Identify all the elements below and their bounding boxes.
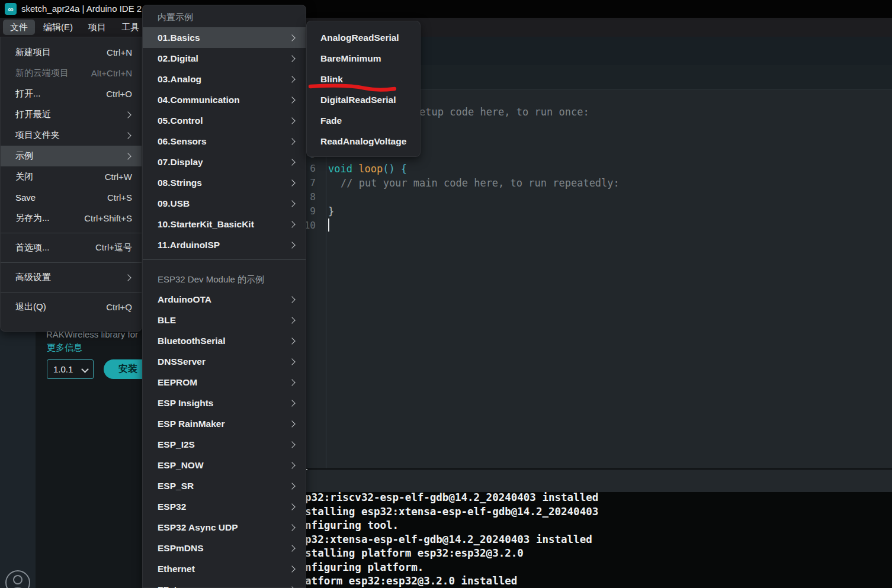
menubar-item[interactable]: 编辑(E) [36, 20, 80, 35]
red-underline-annotation [307, 81, 402, 98]
window-title: sketch_apr24a | Arduino IDE 2 [21, 0, 142, 18]
examples-menu-item[interactable]: ESP32 [143, 496, 306, 517]
examples-menu-item[interactable]: 07.Display [143, 152, 306, 172]
menu-separator [1, 292, 142, 293]
console-line: esp32:riscv32-esp-elf-gdb@14.2_20240403 … [293, 492, 892, 505]
submenu-arrow-icon [288, 483, 295, 489]
console-line: platform esp32:esp32@3.2.0 installed [293, 574, 892, 588]
submenu-arrow-icon [288, 55, 295, 62]
examples-menu-item[interactable]: 05.Control [143, 110, 306, 131]
basics-menu-item[interactable]: Fade [307, 110, 420, 131]
file-menu-item[interactable]: Save Ctrl+S [1, 187, 142, 208]
examples-menu-item[interactable]: 06.Sensors [143, 131, 306, 152]
version-select[interactable]: 1.0.1 [47, 359, 94, 379]
submenu-arrow-icon [288, 545, 295, 551]
builtin-examples-header: 内置示例 [143, 5, 306, 27]
examples-menu-item[interactable]: 09.USB [143, 193, 306, 214]
submenu-arrow-icon [288, 565, 295, 572]
examples-menu-item[interactable]: BLE [143, 310, 306, 330]
account-icon[interactable] [5, 570, 31, 588]
examples-menu-item[interactable]: 08.Strings [143, 172, 306, 193]
submenu-arrow-icon [288, 221, 295, 227]
submenu-arrow-icon [288, 76, 295, 82]
submenu-arrow-icon [288, 159, 295, 165]
examples-menu-item[interactable]: ESP_NOW [143, 455, 306, 475]
submenu-arrow-icon [288, 200, 295, 207]
basics-menu-item[interactable]: ReadAnalogVoltage [307, 131, 420, 152]
submenu-arrow-icon [288, 503, 295, 510]
menubar-item[interactable]: 文件 [3, 20, 35, 35]
more-info-link[interactable]: 更多信息 [47, 342, 82, 354]
code-line: void loop() { [328, 162, 407, 176]
menu-bar: 文件编辑(E)项目工具帮助(H) [0, 18, 892, 37]
submenu-arrow-icon [288, 379, 295, 385]
menubar-item[interactable]: 工具 [114, 20, 146, 35]
examples-menu-item[interactable]: EEPROM [143, 372, 306, 393]
examples-menu-item[interactable]: ESP_SR [143, 475, 306, 496]
file-menu-item[interactable]: 项目文件夹 [1, 125, 142, 146]
submenu-arrow-icon [288, 34, 295, 41]
file-menu-item[interactable]: 打开最近 [1, 104, 142, 125]
console-line: esp32:xtensa-esp-elf-gdb@14.2_20240403 i… [293, 533, 892, 547]
examples-menu-item[interactable]: 03.Analog [143, 69, 306, 89]
console-line: Configuring tool. [293, 519, 892, 533]
console-line: Configuring platform. [293, 561, 892, 575]
submenu-arrow-icon [288, 117, 295, 124]
code-comment: // put your main code here, to run repea… [341, 176, 620, 190]
code-line: } [328, 204, 334, 219]
submenu-arrow-icon [288, 317, 295, 323]
examples-menu-item[interactable]: ESPmDNS [143, 538, 306, 558]
examples-menu-item[interactable]: ESP Insights [143, 393, 306, 413]
submenu-arrow-icon [288, 441, 295, 448]
menu-separator [143, 259, 306, 260]
menu-separator [1, 262, 142, 263]
examples-menu-item[interactable]: FFat [143, 579, 306, 588]
examples-menu-item[interactable]: ESP_I2S [143, 434, 306, 455]
console-line: Installing esp32:xtensa-esp-elf-gdb@14.2… [293, 505, 892, 519]
submenu-arrow-icon [288, 97, 295, 103]
text-cursor [328, 219, 329, 232]
file-menu-item[interactable]: 新建项目 Ctrl+N [1, 42, 142, 63]
menubar-item[interactable]: 项目 [81, 20, 113, 35]
file-menu-item[interactable]: 退出(Q) Ctrl+Q [1, 297, 142, 317]
submenu-arrow-icon [124, 274, 131, 281]
examples-menu-item[interactable]: Ethernet [143, 558, 306, 579]
examples-submenu: 内置示例 01.Basics 02.Digital 03.Analog 04.C… [142, 5, 306, 588]
file-menu-item[interactable]: 关闭 Ctrl+W [1, 166, 142, 187]
submenu-arrow-icon [288, 420, 295, 427]
arduino-ide-window: ∞ sketch_apr24a | Arduino IDE 2 文件编辑(E)项… [0, 0, 892, 588]
file-menu-item[interactable]: 新的云端项目 Alt+Ctrl+N [1, 63, 142, 83]
submenu-arrow-icon [124, 132, 131, 139]
examples-menu-item[interactable]: 01.Basics [143, 27, 306, 48]
examples-menu-item[interactable]: 11.ArduinoISP [143, 234, 306, 255]
examples-menu-item[interactable]: DNSServer [143, 351, 306, 372]
examples-menu-item[interactable]: 04.Communication [143, 89, 306, 110]
file-menu-item[interactable]: 另存为... Ctrl+Shift+S [1, 208, 142, 229]
console-line: Installing platform esp32:esp32@3.2.0 [293, 547, 892, 561]
console-log: esp32:riscv32-esp-elf-gdb@14.2_20240403 … [293, 492, 892, 588]
submenu-arrow-icon [288, 524, 295, 531]
submenu-arrow-icon [288, 179, 295, 186]
chevron-down-icon [81, 365, 89, 373]
menu-separator [1, 233, 142, 233]
basics-menu-item[interactable]: AnalogReadSerial [307, 27, 420, 48]
examples-menu-item[interactable]: ESP RainMaker [143, 413, 306, 434]
submenu-arrow-icon [288, 338, 295, 344]
file-menu-item[interactable]: 打开... Ctrl+O [1, 83, 142, 104]
file-menu-item[interactable]: 首选项... Ctrl+逗号 [1, 237, 142, 258]
submenu-arrow-icon [124, 111, 131, 118]
examples-menu-item[interactable]: 10.StarterKit_BasicKit [143, 214, 306, 234]
examples-menu-item[interactable]: 02.Digital [143, 48, 306, 69]
file-menu-item[interactable]: 高级设置 [1, 267, 142, 288]
arduino-logo-icon: ∞ [5, 3, 17, 15]
examples-menu-item[interactable]: BluetoothSerial [143, 330, 306, 351]
esp32-examples-header: ESP32 Dev Module 的示例 [143, 264, 306, 289]
submenu-arrow-icon [288, 242, 295, 248]
basics-menu-item[interactable]: BareMinimum [307, 48, 420, 69]
submenu-arrow-icon [288, 462, 295, 468]
file-menu-item[interactable]: 示例 [1, 146, 142, 166]
examples-menu-item[interactable]: ArduinoOTA [143, 289, 306, 310]
submenu-arrow-icon [288, 296, 295, 303]
examples-menu-item[interactable]: ESP32 Async UDP [143, 517, 306, 538]
submenu-arrow-icon [288, 358, 295, 365]
